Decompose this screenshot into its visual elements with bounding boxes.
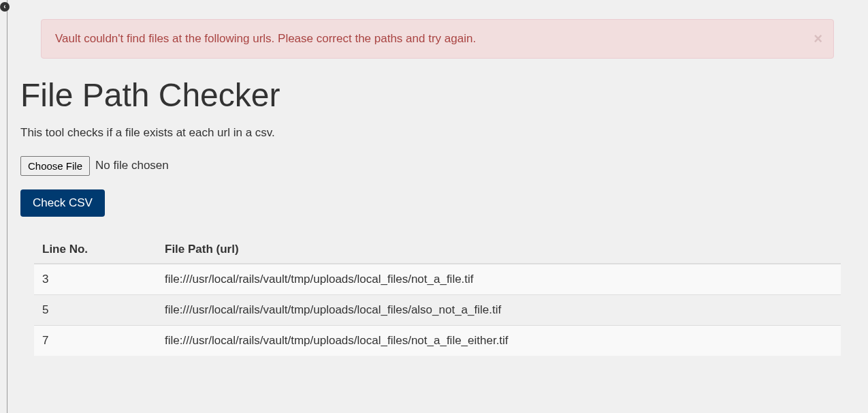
choose-file-button[interactable]: Choose File bbox=[20, 156, 90, 176]
table-row: 5file:///usr/local/rails/vault/tmp/uploa… bbox=[34, 294, 841, 325]
cell-file-path: file:///usr/local/rails/vault/tmp/upload… bbox=[157, 325, 841, 356]
corner-badge-icon: ‹ bbox=[0, 2, 10, 12]
cell-file-path: file:///usr/local/rails/vault/tmp/upload… bbox=[157, 264, 841, 295]
col-header-line-no: Line No. bbox=[34, 236, 157, 264]
cell-line-no: 7 bbox=[34, 325, 157, 356]
check-csv-button[interactable]: Check CSV bbox=[20, 189, 105, 217]
cell-line-no: 5 bbox=[34, 294, 157, 325]
error-alert: Vault couldn't find files at the followi… bbox=[41, 19, 834, 59]
table-header-row: Line No. File Path (url) bbox=[34, 236, 841, 264]
file-input-group: Choose File No file chosen bbox=[20, 156, 169, 176]
left-border-divider bbox=[7, 0, 7, 413]
close-icon[interactable]: × bbox=[814, 31, 822, 46]
alert-message: Vault couldn't find files at the followi… bbox=[55, 32, 476, 45]
page-description: This tool checks if a file exists at eac… bbox=[20, 126, 854, 140]
cell-file-path: file:///usr/local/rails/vault/tmp/upload… bbox=[157, 294, 841, 325]
main-container: Vault couldn't find files at the followi… bbox=[7, 0, 868, 369]
col-header-file-path: File Path (url) bbox=[157, 236, 841, 264]
table-row: 7file:///usr/local/rails/vault/tmp/uploa… bbox=[34, 325, 841, 356]
results-table: Line No. File Path (url) 3file:///usr/lo… bbox=[34, 236, 841, 356]
cell-line-no: 3 bbox=[34, 264, 157, 295]
page-title: File Path Checker bbox=[20, 78, 854, 114]
table-row: 3file:///usr/local/rails/vault/tmp/uploa… bbox=[34, 264, 841, 295]
file-input-status: No file chosen bbox=[95, 159, 169, 172]
